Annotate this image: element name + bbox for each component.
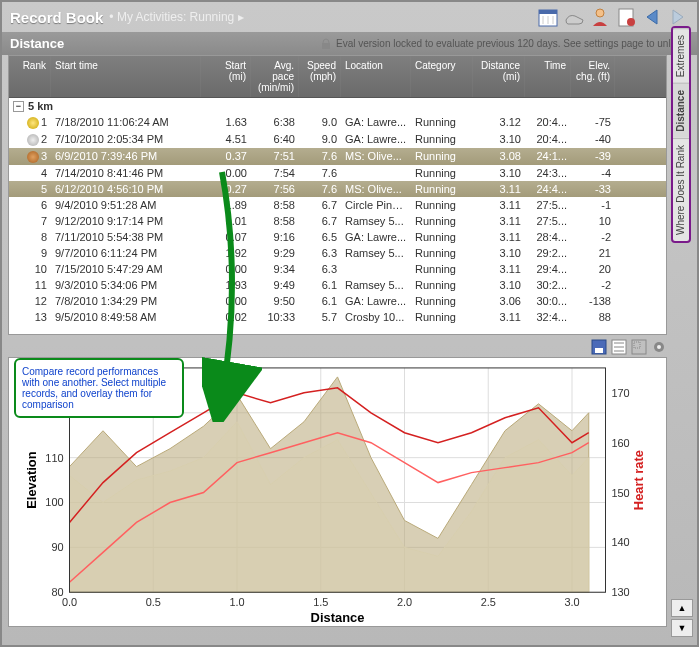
report-icon[interactable] xyxy=(615,6,637,28)
table-row[interactable]: 107/15/2010 5:47:29 AM0.009:346.3Running… xyxy=(9,261,666,277)
medal-icon xyxy=(27,151,39,163)
lock-icon xyxy=(320,38,332,50)
svg-text:150: 150 xyxy=(611,487,629,499)
medal-icon xyxy=(27,117,39,129)
medal-icon xyxy=(27,134,39,146)
table-row[interactable]: 127/8/2010 1:34:29 PM0.009:506.1GA: Lawr… xyxy=(9,293,666,309)
table-row[interactable]: 99/7/2010 6:11:24 PM1.929:296.3Ramsey 5.… xyxy=(9,245,666,261)
scroll-down-button[interactable]: ▼ xyxy=(671,619,693,637)
svg-text:2.5: 2.5 xyxy=(481,596,496,608)
records-table: Rank Start time Start (mi) Avg. pace (mi… xyxy=(8,55,667,335)
tab-where-rank[interactable]: Where Does It Rank xyxy=(673,138,689,241)
col-start-mi[interactable]: Start (mi) xyxy=(201,56,251,97)
svg-text:3.0: 3.0 xyxy=(564,596,579,608)
svg-text:2.0: 2.0 xyxy=(397,596,412,608)
svg-text:160: 160 xyxy=(611,437,629,449)
tab-distance[interactable]: Distance xyxy=(673,83,689,138)
group-row[interactable]: −5 km xyxy=(9,98,666,114)
svg-text:80: 80 xyxy=(51,586,63,598)
shoe-icon[interactable] xyxy=(563,6,585,28)
table-row[interactable]: 87/11/2010 5:54:38 PM0.079:166.5GA: Lawr… xyxy=(9,229,666,245)
nav-back-icon[interactable] xyxy=(641,6,663,28)
col-category[interactable]: Category xyxy=(411,56,473,97)
col-pace[interactable]: Avg. pace (min/mi) xyxy=(251,56,299,97)
svg-text:90: 90 xyxy=(51,541,63,553)
svg-text:0.0: 0.0 xyxy=(62,596,77,608)
table-row[interactable]: 56/12/2010 4:56:10 PM0.277:567.6MS: Oliv… xyxy=(9,181,666,197)
svg-text:1.5: 1.5 xyxy=(313,596,328,608)
breadcrumb[interactable]: • My Activities: Running ▸ xyxy=(109,10,243,24)
svg-point-5 xyxy=(596,9,604,17)
col-distance[interactable]: Distance (mi) xyxy=(473,56,525,97)
svg-rect-16 xyxy=(634,342,640,348)
col-elev[interactable]: Elev. chg. (ft) xyxy=(571,56,615,97)
svg-rect-8 xyxy=(322,43,330,49)
table-row[interactable]: 79/12/2010 9:17:14 PM0.018:586.7Ramsey 5… xyxy=(9,213,666,229)
svg-rect-10 xyxy=(595,348,603,353)
svg-rect-1 xyxy=(539,10,557,14)
nav-forward-icon[interactable] xyxy=(667,6,689,28)
col-location[interactable]: Location xyxy=(341,56,411,97)
gear-icon[interactable] xyxy=(651,339,667,355)
info-callout: Compare record performances with one ano… xyxy=(14,358,184,418)
table-row[interactable]: 119/3/2010 5:34:06 PM1.939:496.1Ramsey 5… xyxy=(9,277,666,293)
list-icon[interactable] xyxy=(611,339,627,355)
svg-text:Distance: Distance xyxy=(311,610,365,625)
table-row[interactable]: 47/14/2010 8:41:46 PM0.007:547.6Running3… xyxy=(9,165,666,181)
app-title: Record Book xyxy=(10,9,103,26)
save-icon[interactable] xyxy=(591,339,607,355)
side-tabs: Extremes Distance Where Does It Rank xyxy=(671,26,691,243)
person-icon[interactable] xyxy=(589,6,611,28)
svg-point-7 xyxy=(627,18,635,26)
table-row[interactable]: 139/5/2010 8:49:58 AM0.0210:335.7Crosby … xyxy=(9,309,666,325)
table-header: Rank Start time Start (mi) Avg. pace (mi… xyxy=(9,56,666,98)
svg-text:130: 130 xyxy=(611,586,629,598)
svg-point-18 xyxy=(657,345,661,349)
zoom-icon[interactable] xyxy=(631,339,647,355)
svg-text:110: 110 xyxy=(45,452,63,464)
svg-text:0.5: 0.5 xyxy=(146,596,161,608)
col-rank[interactable]: Rank xyxy=(9,56,51,97)
svg-text:170: 170 xyxy=(611,387,629,399)
table-row[interactable]: 36/9/2010 7:39:46 PM0.377:517.6MS: Olive… xyxy=(9,148,666,165)
collapse-icon[interactable]: − xyxy=(13,101,24,112)
table-row[interactable]: 27/10/2010 2:05:34 PM4.516:409.0GA: Lawr… xyxy=(9,131,666,148)
lock-message: Eval version locked to evaluate previous… xyxy=(320,38,689,50)
col-time[interactable]: Time xyxy=(525,56,571,97)
svg-text:140: 140 xyxy=(611,536,629,548)
svg-text:100: 100 xyxy=(45,496,63,508)
tab-extremes[interactable]: Extremes xyxy=(673,28,689,83)
calendar-icon[interactable] xyxy=(537,6,559,28)
table-row[interactable]: 17/18/2010 11:06:24 AM1.636:389.0GA: Law… xyxy=(9,114,666,131)
svg-text:Heart rate: Heart rate xyxy=(631,450,646,510)
scroll-up-button[interactable]: ▲ xyxy=(671,599,693,617)
col-start-time[interactable]: Start time xyxy=(51,56,201,97)
svg-text:Elevation: Elevation xyxy=(24,451,39,508)
svg-text:1.0: 1.0 xyxy=(229,596,244,608)
col-speed[interactable]: Speed (mph) xyxy=(299,56,341,97)
section-title: Distance xyxy=(10,36,64,51)
table-row[interactable]: 69/4/2010 9:51:28 AM1.898:586.7Circle Pi… xyxy=(9,197,666,213)
